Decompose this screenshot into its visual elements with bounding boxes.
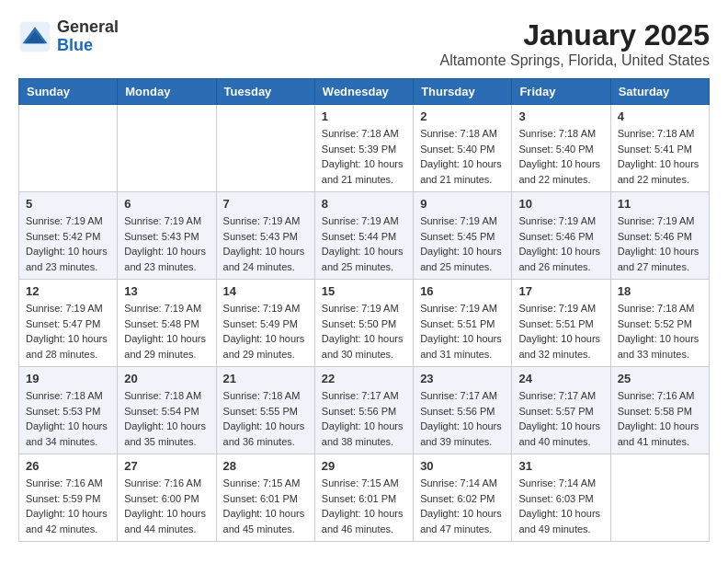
sunrise-text: Sunrise: 7:19 AM (518, 303, 596, 314)
sunrise-text: Sunrise: 7:19 AM (26, 303, 103, 314)
page-subtitle: Altamonte Springs, Florida, United State… (440, 52, 710, 69)
daylight-text: Daylight: 10 hours and 30 minutes. (322, 333, 404, 360)
day-info: Sunrise: 7:19 AMSunset: 5:51 PMDaylight:… (420, 301, 505, 362)
daylight-text: Daylight: 10 hours and 36 minutes. (223, 420, 305, 447)
daylight-text: Daylight: 10 hours and 29 minutes. (124, 333, 206, 360)
calendar-cell: 20Sunrise: 7:18 AMSunset: 5:54 PMDayligh… (118, 367, 216, 454)
weekday-header: Thursday (414, 79, 512, 105)
sunset-text: Sunset: 5:50 PM (322, 318, 396, 329)
day-info: Sunrise: 7:19 AMSunset: 5:46 PMDaylight:… (518, 213, 603, 274)
day-number: 9 (420, 197, 505, 211)
sunrise-text: Sunrise: 7:14 AM (518, 477, 596, 488)
day-info: Sunrise: 7:14 AMSunset: 6:03 PMDaylight:… (518, 476, 603, 536)
calendar-cell: 18Sunrise: 7:18 AMSunset: 5:52 PMDayligh… (610, 280, 709, 367)
sunset-text: Sunset: 5:47 PM (26, 318, 100, 329)
calendar-cell: 24Sunrise: 7:17 AMSunset: 5:57 PMDayligh… (512, 367, 610, 454)
daylight-text: Daylight: 10 hours and 23 minutes. (26, 246, 108, 272)
sunrise-text: Sunrise: 7:17 AM (420, 390, 497, 401)
calendar-table: SundayMondayTuesdayWednesdayThursdayFrid… (18, 78, 710, 542)
calendar-cell: 16Sunrise: 7:19 AMSunset: 5:51 PMDayligh… (414, 280, 512, 367)
sunrise-text: Sunrise: 7:17 AM (322, 390, 399, 401)
sunrise-text: Sunrise: 7:16 AM (26, 477, 103, 488)
day-info: Sunrise: 7:16 AMSunset: 5:59 PMDaylight:… (26, 476, 110, 536)
day-number: 6 (124, 197, 209, 211)
daylight-text: Daylight: 10 hours and 35 minutes. (124, 420, 206, 447)
sunrise-text: Sunrise: 7:15 AM (322, 477, 399, 488)
sunrise-text: Sunrise: 7:19 AM (223, 215, 301, 226)
sunrise-text: Sunrise: 7:18 AM (26, 390, 103, 401)
sunset-text: Sunset: 6:01 PM (322, 493, 396, 504)
day-number: 20 (124, 372, 209, 385)
sunset-text: Sunset: 5:49 PM (223, 318, 298, 329)
daylight-text: Daylight: 10 hours and 46 minutes. (322, 508, 404, 534)
day-info: Sunrise: 7:15 AMSunset: 6:01 PMDaylight:… (322, 476, 406, 536)
sunrise-text: Sunrise: 7:18 AM (618, 303, 695, 314)
title-block: January 2025 Altamonte Springs, Florida,… (440, 18, 710, 69)
daylight-text: Daylight: 10 hours and 31 minutes. (420, 333, 502, 360)
day-info: Sunrise: 7:14 AMSunset: 6:02 PMDaylight:… (420, 476, 505, 536)
calendar-cell: 17Sunrise: 7:19 AMSunset: 5:51 PMDayligh… (512, 280, 610, 367)
day-number: 18 (618, 284, 702, 298)
sunset-text: Sunset: 5:54 PM (124, 406, 199, 417)
daylight-text: Daylight: 10 hours and 38 minutes. (322, 420, 404, 447)
calendar-cell: 11Sunrise: 7:19 AMSunset: 5:46 PMDayligh… (610, 192, 709, 280)
daylight-text: Daylight: 10 hours and 32 minutes. (518, 333, 600, 360)
day-number: 10 (518, 197, 603, 211)
day-number: 31 (518, 459, 603, 473)
sunset-text: Sunset: 5:46 PM (618, 231, 692, 242)
day-number: 14 (223, 284, 308, 298)
sunset-text: Sunset: 5:56 PM (420, 406, 495, 417)
calendar-cell (118, 105, 216, 192)
calendar-cell: 8Sunrise: 7:19 AMSunset: 5:44 PMDaylight… (314, 192, 413, 280)
day-info: Sunrise: 7:19 AMSunset: 5:44 PMDaylight:… (322, 213, 406, 274)
sunset-text: Sunset: 6:01 PM (223, 493, 298, 504)
daylight-text: Daylight: 10 hours and 29 minutes. (223, 333, 305, 360)
sunrise-text: Sunrise: 7:19 AM (223, 303, 301, 314)
daylight-text: Daylight: 10 hours and 21 minutes. (322, 158, 404, 185)
day-info: Sunrise: 7:15 AMSunset: 6:01 PMDaylight:… (223, 476, 308, 536)
calendar-header: SundayMondayTuesdayWednesdayThursdayFrid… (19, 79, 710, 105)
calendar-cell: 21Sunrise: 7:18 AMSunset: 5:55 PMDayligh… (216, 367, 314, 454)
calendar-body: 1Sunrise: 7:18 AMSunset: 5:39 PMDaylight… (19, 105, 710, 542)
calendar-cell: 31Sunrise: 7:14 AMSunset: 6:03 PMDayligh… (512, 454, 610, 542)
daylight-text: Daylight: 10 hours and 24 minutes. (223, 246, 305, 272)
day-info: Sunrise: 7:18 AMSunset: 5:39 PMDaylight:… (322, 126, 406, 187)
day-number: 11 (618, 197, 702, 211)
calendar-cell: 27Sunrise: 7:16 AMSunset: 6:00 PMDayligh… (118, 454, 216, 542)
sunrise-text: Sunrise: 7:19 AM (518, 215, 596, 226)
sunset-text: Sunset: 5:48 PM (124, 318, 199, 329)
calendar-cell: 9Sunrise: 7:19 AMSunset: 5:45 PMDaylight… (414, 192, 512, 280)
calendar-cell: 25Sunrise: 7:16 AMSunset: 5:58 PMDayligh… (610, 367, 709, 454)
day-info: Sunrise: 7:18 AMSunset: 5:40 PMDaylight:… (518, 126, 603, 187)
sunset-text: Sunset: 5:43 PM (124, 231, 199, 242)
calendar-cell: 26Sunrise: 7:16 AMSunset: 5:59 PMDayligh… (19, 454, 118, 542)
daylight-text: Daylight: 10 hours and 34 minutes. (26, 420, 108, 447)
page-header: General Blue January 2025 Altamonte Spri… (18, 18, 710, 69)
day-info: Sunrise: 7:19 AMSunset: 5:48 PMDaylight:… (124, 301, 209, 362)
day-info: Sunrise: 7:16 AMSunset: 6:00 PMDaylight:… (124, 476, 209, 536)
calendar-cell (216, 105, 314, 192)
day-number: 19 (26, 372, 110, 385)
sunset-text: Sunset: 5:41 PM (618, 144, 692, 155)
sunrise-text: Sunrise: 7:16 AM (618, 390, 695, 401)
sunrise-text: Sunrise: 7:19 AM (420, 215, 497, 226)
day-number: 16 (420, 284, 505, 298)
calendar-cell (610, 454, 709, 542)
day-info: Sunrise: 7:19 AMSunset: 5:50 PMDaylight:… (322, 301, 406, 362)
calendar-cell: 13Sunrise: 7:19 AMSunset: 5:48 PMDayligh… (118, 280, 216, 367)
calendar-cell: 19Sunrise: 7:18 AMSunset: 5:53 PMDayligh… (19, 367, 118, 454)
sunset-text: Sunset: 6:02 PM (420, 493, 495, 504)
sunset-text: Sunset: 5:39 PM (322, 144, 396, 155)
weekday-header: Tuesday (216, 79, 314, 105)
day-info: Sunrise: 7:19 AMSunset: 5:49 PMDaylight:… (223, 301, 308, 362)
calendar-week-row: 12Sunrise: 7:19 AMSunset: 5:47 PMDayligh… (19, 280, 710, 367)
daylight-text: Daylight: 10 hours and 47 minutes. (420, 508, 502, 534)
day-number: 1 (322, 109, 406, 123)
day-number: 26 (26, 459, 110, 473)
daylight-text: Daylight: 10 hours and 45 minutes. (223, 508, 305, 534)
day-info: Sunrise: 7:17 AMSunset: 5:56 PMDaylight:… (322, 388, 406, 449)
day-number: 5 (26, 197, 110, 211)
daylight-text: Daylight: 10 hours and 21 minutes. (420, 158, 502, 185)
calendar-cell: 14Sunrise: 7:19 AMSunset: 5:49 PMDayligh… (216, 280, 314, 367)
sunset-text: Sunset: 5:44 PM (322, 231, 396, 242)
